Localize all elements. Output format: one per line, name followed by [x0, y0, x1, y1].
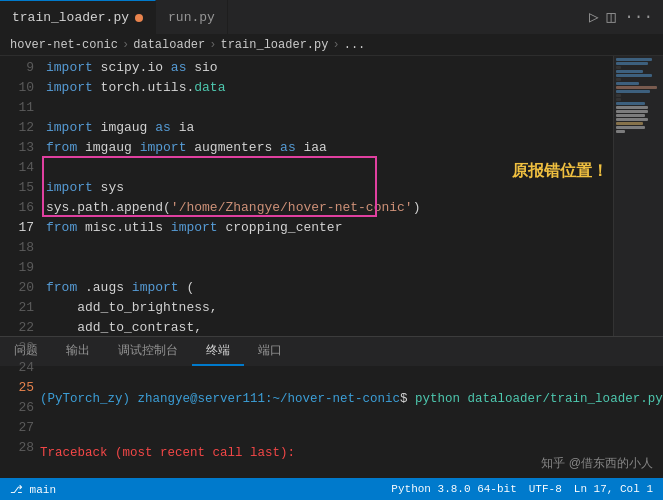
ln-13: 13	[0, 138, 34, 158]
breadcrumb-part4: ...	[344, 38, 366, 52]
ln-23: 23	[0, 338, 34, 358]
panel-tab-output-label: 输出	[66, 342, 90, 359]
ln-17: 17	[0, 218, 34, 238]
breadcrumb-part2[interactable]: dataloader	[133, 38, 205, 52]
ln-16: 16	[0, 198, 34, 218]
line-numbers: 9 10 11 12 13 14 15 16 17 18 19 20 21 22…	[0, 56, 42, 336]
code-line-15: import sys	[42, 178, 613, 198]
code-line-22: add_to_contrast,	[42, 318, 613, 336]
panel-tab-output[interactable]: 输出	[52, 337, 104, 366]
ln-18: 18	[0, 238, 34, 258]
breadcrumb: hover-net-conic › dataloader › train_loa…	[0, 35, 663, 56]
watermark: 知乎 @借东西的小人	[541, 455, 653, 472]
term-traceback: Traceback (most recent call last):	[40, 446, 295, 460]
panel-tab-debug[interactable]: 调试控制台	[104, 337, 192, 366]
code-line-14	[42, 158, 613, 178]
code-line-17: from misc.utils import cropping_center	[42, 218, 613, 238]
ln-26: 26	[0, 398, 34, 418]
ln-15: 15	[0, 178, 34, 198]
ln-20: 20	[0, 278, 34, 298]
code-line-16: sys.path.append('/home/Zhangye/hover-net…	[42, 198, 613, 218]
code-line-20: from .augs import (	[42, 278, 613, 298]
tab-run-py-label: run.py	[168, 10, 215, 25]
tab-bar: train_loader.py run.py ▷ ◫ ···	[0, 0, 663, 35]
tab-train-loader-label: train_loader.py	[12, 10, 129, 25]
tab-actions: ▷ ◫ ···	[579, 7, 663, 27]
ln-19: 19	[0, 258, 34, 278]
more-icon[interactable]: ···	[624, 8, 653, 26]
term-prompt-1: (PyTorch_zy) zhangye@server111:~/hover-n…	[40, 392, 400, 406]
code-line-18	[42, 238, 613, 258]
status-bar: ⎇ main Python 3.8.0 64-bit UTF-8 Ln 17, …	[0, 478, 663, 500]
breadcrumb-sep3: ›	[332, 38, 339, 52]
ln-27: 27	[0, 418, 34, 438]
panel-tab-ports-label: 端口	[258, 342, 282, 359]
line-col[interactable]: Ln 17, Col 1	[574, 483, 653, 495]
ln-12: 12	[0, 118, 34, 138]
panel-tab-terminal[interactable]: 终端	[192, 337, 244, 366]
minimap	[613, 56, 663, 336]
code-line-9: import scipy.io as sio	[42, 58, 613, 78]
panel-tab-debug-label: 调试控制台	[118, 342, 178, 359]
ln-24: 24	[0, 358, 34, 378]
tab-modified-dot	[135, 14, 143, 22]
term-line-1: (PyTorch_zy) zhangye@server111:~/hover-n…	[10, 372, 653, 426]
breadcrumb-sep1: ›	[122, 38, 129, 52]
breadcrumb-sep2: ›	[209, 38, 216, 52]
git-branch: ⎇ main	[10, 483, 56, 496]
breadcrumb-part3[interactable]: train_loader.py	[220, 38, 328, 52]
run-icon[interactable]: ▷	[589, 7, 599, 27]
code-line-19	[42, 258, 613, 278]
code-line-10: import torch.utils.data	[42, 78, 613, 98]
ln-14: 14	[0, 158, 34, 178]
encoding-status[interactable]: UTF-8	[529, 483, 562, 495]
panel-tab-ports[interactable]: 端口	[244, 337, 296, 366]
ln-25: 25	[0, 378, 34, 398]
code-line-11	[42, 98, 613, 118]
ln-9: 9	[0, 58, 34, 78]
editor-container: 9 10 11 12 13 14 15 16 17 18 19 20 21 22…	[0, 56, 663, 336]
code-line-12: import imgaug as ia	[42, 118, 613, 138]
panel-tab-terminal-label: 终端	[206, 342, 230, 359]
ln-21: 21	[0, 298, 34, 318]
ln-28: 28	[0, 438, 34, 458]
ln-10: 10	[0, 78, 34, 98]
code-area[interactable]: import scipy.io as sio import torch.util…	[42, 56, 613, 336]
python-version[interactable]: Python 3.8.0 64-bit	[391, 483, 516, 495]
tab-train-loader[interactable]: train_loader.py	[0, 0, 156, 34]
panel-tabs: 问题 输出 调试控制台 终端 端口	[0, 336, 663, 366]
code-line-21: add_to_brightness,	[42, 298, 613, 318]
split-icon[interactable]: ◫	[607, 7, 617, 27]
ln-22: 22	[0, 318, 34, 338]
code-line-13: from imgaug import augmenters as iaa	[42, 138, 613, 158]
tab-run-py[interactable]: run.py	[156, 0, 228, 34]
breadcrumb-part1[interactable]: hover-net-conic	[10, 38, 118, 52]
ln-11: 11	[0, 98, 34, 118]
